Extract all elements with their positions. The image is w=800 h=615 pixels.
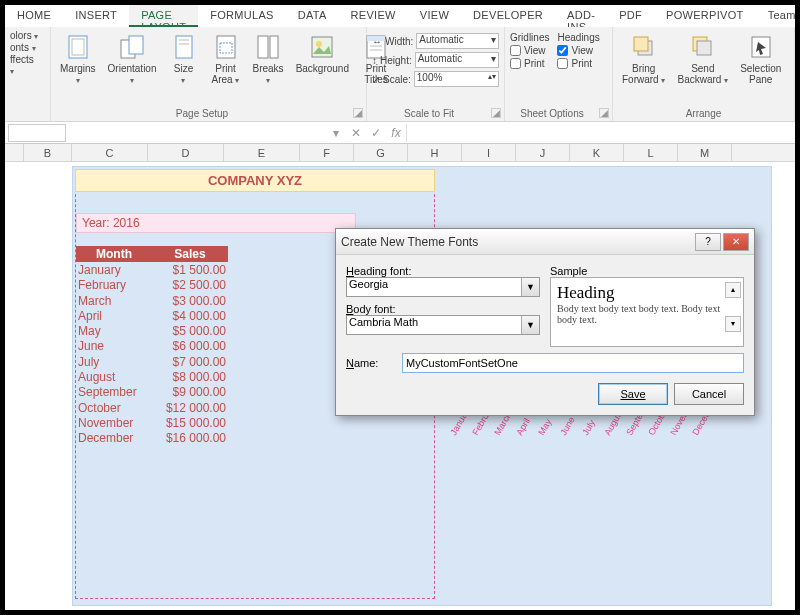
data-table-header: MonthSales bbox=[76, 246, 228, 262]
scale-width-select[interactable]: Automatic▾ bbox=[416, 33, 499, 49]
arrange-label: Arrange bbox=[686, 108, 722, 119]
sample-scroll-down-icon[interactable]: ▾ bbox=[725, 316, 741, 332]
scale-width-label: Width: bbox=[385, 36, 413, 47]
themes-effects[interactable]: ffects ▾ bbox=[10, 54, 39, 76]
insert-function-icon[interactable]: fx bbox=[386, 126, 406, 140]
scale-to-fit-label: Scale to Fit bbox=[404, 108, 454, 119]
tab-addins[interactable]: ADD-INS bbox=[555, 5, 607, 27]
tab-review[interactable]: REVIEW bbox=[339, 5, 408, 27]
heading-font-label: Heading font: bbox=[346, 265, 540, 277]
enter-formula-icon[interactable]: ✓ bbox=[366, 126, 386, 140]
tab-view[interactable]: VIEW bbox=[408, 5, 461, 27]
body-font-select[interactable]: Cambria Math▼ bbox=[346, 315, 540, 335]
svg-rect-10 bbox=[270, 36, 278, 58]
gridlines-view-checkbox[interactable]: View bbox=[510, 45, 549, 56]
sample-label: Sample bbox=[550, 265, 744, 277]
sample-scroll-up-icon[interactable]: ▴ bbox=[725, 282, 741, 298]
tab-home[interactable]: HOME bbox=[5, 5, 63, 27]
dropdown-arrow-icon[interactable]: ▼ bbox=[521, 278, 539, 296]
table-row: July$7 000.00 bbox=[76, 355, 228, 370]
name-label: Name: bbox=[346, 357, 396, 369]
svg-rect-9 bbox=[258, 36, 268, 58]
sample-preview: Heading Body text body text body text. B… bbox=[550, 277, 744, 347]
year-cell: Year: 2016 bbox=[76, 213, 356, 233]
scale-launcher-icon[interactable]: ◢ bbox=[491, 108, 501, 118]
tab-powerpivot[interactable]: POWERPIVOT bbox=[654, 5, 756, 27]
table-row: January$1 500.00 bbox=[76, 263, 228, 278]
height-icon: ↕ bbox=[372, 55, 377, 66]
table-row: March$3 000.00 bbox=[76, 294, 228, 309]
gridlines-print-checkbox[interactable]: Print bbox=[510, 58, 549, 69]
table-row: June$6 000.00 bbox=[76, 339, 228, 354]
themes-colors[interactable]: olors ▾ bbox=[10, 30, 39, 41]
page-setup-launcher-icon[interactable]: ◢ bbox=[353, 108, 363, 118]
formula-dropdown-icon[interactable]: ▾ bbox=[326, 126, 346, 140]
tab-developer[interactable]: DEVELOPER bbox=[461, 5, 555, 27]
scale-height-label: Height: bbox=[380, 55, 412, 66]
dialog-close-button[interactable]: ✕ bbox=[723, 233, 749, 251]
svg-rect-20 bbox=[697, 41, 711, 55]
tab-insert[interactable]: INSERT bbox=[63, 5, 129, 27]
page-setup-label: Page Setup bbox=[176, 108, 228, 119]
create-theme-fonts-dialog: Create New Theme Fonts ? ✕ Heading font:… bbox=[335, 228, 755, 416]
tab-formulas[interactable]: FORMULAS bbox=[198, 5, 286, 27]
scale-height-select[interactable]: Automatic▾ bbox=[415, 52, 499, 68]
svg-rect-4 bbox=[176, 36, 192, 58]
tab-pdf[interactable]: PDF bbox=[607, 5, 654, 27]
ribbon: olors ▾ onts ▾ ffects ▾ Margins▾ Orienta… bbox=[5, 27, 795, 122]
dialog-help-button[interactable]: ? bbox=[695, 233, 721, 251]
ribbon-tabs: HOME INSERT PAGE LAYOUT FORMULAS DATA RE… bbox=[5, 5, 795, 27]
headings-label: Headings bbox=[557, 32, 599, 43]
table-row: September$9 000.00 bbox=[76, 385, 228, 400]
scale-scale-label: Scale: bbox=[383, 74, 411, 85]
sheet-options-launcher-icon[interactable]: ◢ bbox=[599, 108, 609, 118]
name-box[interactable] bbox=[8, 124, 66, 142]
svg-rect-18 bbox=[634, 37, 648, 51]
scale-value[interactable]: 100%▴▾ bbox=[414, 71, 499, 87]
table-row: August$8 000.00 bbox=[76, 370, 228, 385]
formula-bar: ▾ ✕ ✓ fx bbox=[5, 122, 795, 144]
table-row: April$4 000.00 bbox=[76, 309, 228, 324]
table-row: October$12 000.00 bbox=[76, 401, 228, 416]
company-header: COMPANY XYZ bbox=[75, 169, 435, 192]
cancel-button[interactable]: Cancel bbox=[674, 383, 744, 405]
body-font-label: Body font: bbox=[346, 303, 540, 315]
table-row: December$16 000.00 bbox=[76, 431, 228, 446]
scale-icon: ⤢ bbox=[372, 74, 380, 85]
dialog-title: Create New Theme Fonts bbox=[341, 235, 693, 249]
formula-input[interactable] bbox=[406, 124, 795, 142]
table-row: February$2 500.00 bbox=[76, 278, 228, 293]
dropdown-arrow-icon[interactable]: ▼ bbox=[521, 316, 539, 334]
sheet-options-label: Sheet Options bbox=[520, 108, 583, 119]
theme-name-input[interactable] bbox=[402, 353, 744, 373]
tab-page-layout[interactable]: PAGE LAYOUT bbox=[129, 5, 198, 27]
headings-view-checkbox[interactable]: View bbox=[557, 45, 599, 56]
themes-fonts[interactable]: onts ▾ bbox=[10, 42, 39, 53]
chart-category-axis: JanuaryFebruaryMarchAprilMayJuneJulyAugu… bbox=[457, 427, 721, 437]
svg-rect-3 bbox=[129, 36, 143, 54]
tab-data[interactable]: DATA bbox=[286, 5, 339, 27]
headings-print-checkbox[interactable]: Print bbox=[557, 58, 599, 69]
heading-font-select[interactable]: Georgia▼ bbox=[346, 277, 540, 297]
width-icon: ↔ bbox=[372, 36, 382, 47]
gridlines-label: Gridlines bbox=[510, 32, 549, 43]
data-table: January$1 500.00February$2 500.00March$3… bbox=[76, 263, 228, 447]
cancel-formula-icon[interactable]: ✕ bbox=[346, 126, 366, 140]
column-headers[interactable]: B C D E F G H I J K L M bbox=[5, 144, 795, 162]
save-button[interactable]: Save bbox=[598, 383, 668, 405]
table-row: November$15 000.00 bbox=[76, 416, 228, 431]
table-row: May$5 000.00 bbox=[76, 324, 228, 339]
tab-team[interactable]: Team bbox=[756, 5, 800, 27]
svg-point-12 bbox=[316, 41, 322, 47]
